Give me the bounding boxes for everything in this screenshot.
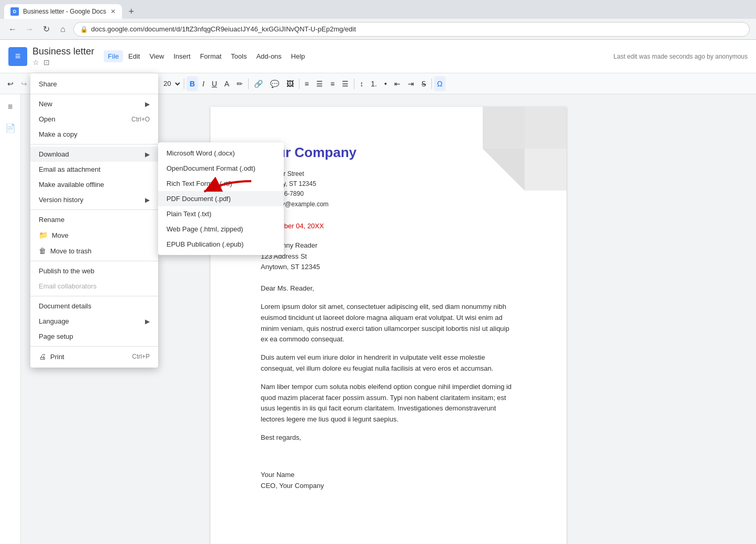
email: no_reply@example.com — [261, 199, 516, 209]
file-menu-new[interactable]: New ▶ — [30, 96, 158, 112]
para2: Duis autem vel eum iriure dolor in hendr… — [261, 352, 516, 374]
align-left-button[interactable]: ≡ — [302, 76, 312, 91]
highlight-button[interactable]: ✏ — [234, 76, 246, 91]
download-html-label: Web Page (.html, zipped) — [166, 225, 243, 233]
file-menu-divider-5 — [30, 346, 158, 347]
file-menu-publish[interactable]: Publish to the web — [30, 263, 158, 279]
tab-close-icon[interactable]: ✕ — [110, 8, 116, 15]
file-menu-language-arrow: ▶ — [145, 318, 150, 325]
link-button[interactable]: 🔗 — [251, 76, 266, 91]
trash-icon: 🗑 — [39, 247, 46, 255]
file-menu-collaborators[interactable]: Email collaborators — [30, 279, 158, 294]
special-char-button[interactable]: Ω — [434, 76, 446, 91]
align-right-button[interactable]: ≡ — [327, 76, 338, 91]
tab-favicon: D — [10, 7, 19, 16]
recipient-block: Ms. Ronny Reader 123 Address St Anytown,… — [261, 240, 516, 273]
underline-button[interactable]: U — [208, 76, 220, 91]
file-menu-offline[interactable]: Make available offline — [30, 177, 158, 192]
file-menu-new-label: New — [39, 100, 52, 108]
file-menu-language[interactable]: Language ▶ — [30, 314, 158, 329]
undo-button[interactable]: ↩ — [4, 76, 17, 91]
indent-more-button[interactable]: ⇥ — [405, 76, 417, 91]
file-menu-share-label: Share — [39, 80, 57, 88]
tab-title: Business letter - Google Docs — [23, 8, 106, 15]
url-field[interactable]: 🔒 docs.google.com/document/d/1ftZ3nfqgCR… — [73, 22, 750, 37]
download-item-txt[interactable]: Plain Text (.txt) — [158, 206, 284, 221]
closing: Best regards, — [261, 432, 516, 443]
strikethrough-button[interactable]: S̶ — [418, 76, 429, 91]
menu-edit[interactable]: Edit — [124, 50, 144, 62]
font-color-button[interactable]: A — [221, 76, 232, 91]
ol-button[interactable]: 1. — [368, 76, 380, 91]
toolbar-divider-4 — [184, 79, 184, 89]
file-menu-trash[interactable]: 🗑 Move to trash — [30, 243, 158, 259]
date-line: September 04, 20XX — [261, 222, 516, 230]
toolbar-divider-5 — [248, 79, 249, 89]
file-menu-divider-1 — [30, 144, 158, 145]
file-menu-print[interactable]: 🖨 Print Ctrl+P — [30, 349, 158, 364]
align-center-button[interactable]: ☰ — [313, 76, 326, 91]
file-menu-details-label: Document details — [39, 302, 91, 310]
file-menu-new-arrow: ▶ — [145, 101, 150, 108]
home-button[interactable]: ⌂ — [57, 23, 69, 36]
menu-addons[interactable]: Add-ons — [252, 50, 285, 62]
move-icon[interactable]: ⊡ — [43, 58, 50, 66]
download-item-docx[interactable]: Microsoft Word (.docx) — [158, 146, 284, 161]
file-menu-rename[interactable]: Rename — [30, 212, 158, 227]
bold-button[interactable]: B — [186, 76, 198, 91]
justify-button[interactable]: ☰ — [339, 76, 352, 91]
app-header: ≡ Business letter ☆ ⊡ File Edit View Ins… — [0, 40, 756, 73]
file-menu-move[interactable]: 📁 Move — [30, 227, 158, 243]
download-item-odt[interactable]: OpenDocument Format (.odt) — [158, 161, 284, 176]
menu-tools[interactable]: Tools — [227, 50, 251, 62]
menu-insert[interactable]: Insert — [169, 50, 195, 62]
new-tab-button[interactable]: + — [124, 4, 139, 19]
menu-help[interactable]: Help — [287, 50, 309, 62]
file-menu-email[interactable]: Email as attachment — [30, 162, 158, 177]
file-menu-open[interactable]: Open Ctrl+O — [30, 112, 158, 127]
line-spacing-button[interactable]: ↕ — [357, 76, 366, 91]
para1: Lorem ipsum dolor sit amet, consectetuer… — [261, 302, 516, 345]
sidebar-doc-btn[interactable]: 📄 — [2, 119, 19, 136]
download-item-epub[interactable]: EPUB Publication (.epub) — [158, 237, 284, 252]
ul-button[interactable]: • — [381, 76, 390, 91]
phone: (123) 456-7890 — [261, 189, 516, 199]
indent-less-button[interactable]: ⇤ — [391, 76, 404, 91]
download-txt-label: Plain Text (.txt) — [166, 210, 212, 218]
download-item-html[interactable]: Web Page (.html, zipped) — [158, 221, 284, 237]
download-epub-label: EPUB Publication (.epub) — [166, 240, 243, 248]
menu-view[interactable]: View — [145, 50, 168, 62]
file-menu-version[interactable]: Version history ▶ — [30, 192, 158, 207]
print-icon: 🖨 — [39, 352, 46, 361]
star-icon[interactable]: ☆ — [32, 58, 39, 66]
file-menu-copy[interactable]: Make a copy — [30, 127, 158, 142]
address-line1: 123 Your Street — [261, 169, 516, 179]
signature-name: Your Name — [261, 470, 516, 481]
comment-button[interactable]: 💬 — [267, 76, 282, 91]
italic-button[interactable]: I — [199, 76, 207, 91]
file-menu-print-shortcut: Ctrl+P — [132, 353, 150, 360]
active-tab[interactable]: D Business letter - Google Docs ✕ — [4, 4, 122, 19]
letter-body: Dear Ms. Reader, Lorem ipsum dolor sit a… — [261, 283, 516, 491]
file-menu-copy-label: Make a copy — [39, 130, 77, 138]
file-menu-details[interactable]: Document details — [30, 298, 158, 314]
menu-file[interactable]: File — [104, 50, 123, 62]
fontsize-select[interactable]: 20 — [159, 76, 182, 91]
file-menu-share[interactable]: Share — [30, 76, 158, 92]
menu-format[interactable]: Format — [196, 50, 226, 62]
file-menu-open-label: Open — [39, 115, 55, 123]
back-button[interactable]: ← — [6, 23, 19, 36]
page-decoration — [483, 107, 566, 191]
reload-button[interactable]: ↻ — [40, 23, 52, 36]
address-line2: Your City, ST 12345 — [261, 179, 516, 189]
file-menu-print-label: Print — [50, 353, 64, 361]
file-menu-page-setup[interactable]: Page setup — [30, 329, 158, 344]
redo-button[interactable]: ↪ — [18, 76, 30, 91]
browser-chrome: D Business letter - Google Docs ✕ + ← → … — [0, 0, 756, 40]
forward-button[interactable]: → — [23, 23, 36, 36]
sidebar-outline-btn[interactable]: ≡ — [2, 98, 19, 115]
file-menu-download[interactable]: Download ▶ — [30, 147, 158, 162]
doc-title[interactable]: Business letter — [32, 46, 94, 57]
para3: Nam liber tempor cum soluta nobis eleife… — [261, 382, 516, 425]
image-button[interactable]: 🖼 — [283, 76, 297, 91]
